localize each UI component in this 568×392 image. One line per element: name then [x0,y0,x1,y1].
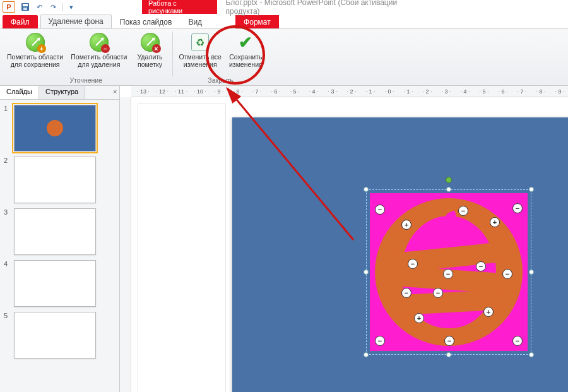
current-slide[interactable] [232,117,568,392]
quick-access-toolbar: ↶ ↷ ▾ [20,2,76,12]
include-mark[interactable] [414,313,424,323]
exclude-mark[interactable] [502,269,512,279]
document-title: Блог.pptx - Microsoft PowerPoint (Сбой а… [226,0,426,16]
thumbnail-number: 2 [4,157,14,164]
thumbnail-row[interactable]: 4 [0,258,119,309]
panel-tab-outline[interactable]: Структура [39,86,85,99]
workspace: Слайды Структура × 12345 · 13 ·· 12 ·· 1… [0,86,568,392]
exclude-mark[interactable] [375,205,385,215]
panel-close-button[interactable]: × [107,86,119,99]
mark-remove-icon: − [89,32,109,52]
slide-thumbnail[interactable] [14,105,96,151]
mark-areas-keep-button[interactable]: + Пометить области для сохранения [4,30,66,70]
edit-area: · 13 ·· 12 ·· 11 ·· 10 ·· 9 ·· 8 ·· 7 ··… [120,86,568,392]
resize-handle-b[interactable] [446,352,451,357]
slide-thumbnail[interactable] [14,312,96,359]
save-icon[interactable] [20,2,30,12]
thumbnail-row[interactable]: 3 [0,206,119,258]
offscreen-page [138,104,226,392]
resize-handle-t[interactable] [446,187,451,192]
exclude-mark[interactable] [444,336,454,346]
title-center: Работа с рисунками Блог.pptx - Microsoft… [142,0,426,14]
ribbon-group-close: ♻ Отменить все изменения ✔ Сохранить изм… [172,29,269,85]
powerpoint-icon: P [3,1,15,13]
exclude-mark[interactable] [408,259,418,269]
mark-remove-label: Пометить области для удаления [71,53,127,68]
delete-mark-label: Удалить пометку [137,53,162,68]
thumbnail-row[interactable]: 5 [0,309,119,361]
exclude-mark[interactable] [375,336,385,346]
discard-label: Отменить все изменения [179,53,222,68]
keep-changes-button[interactable]: ✔ Сохранить изменения [226,30,266,70]
slide-thumbnail[interactable] [14,157,96,203]
slide-thumbnail[interactable] [14,208,96,255]
mark-keep-label: Пометить области для сохранения [7,53,63,68]
ribbon-group-refine-label: Уточнение [69,76,102,85]
slides-panel: Слайды Структура × 12345 [0,86,120,392]
ribbon-group-refine: + Пометить области для сохранения − Поме… [0,29,172,85]
thumbnail-number: 5 [4,312,14,319]
panel-tabs: Слайды Структура × [0,86,119,100]
keep-label: Сохранить изменения [229,53,263,68]
ribbon-group-close-label: Закрыть [208,76,233,85]
exclude-mark[interactable] [401,288,411,298]
thumbnail-number: 1 [4,105,14,112]
resize-handle-br[interactable] [529,352,534,357]
tab-file[interactable]: Файл [3,15,38,28]
delete-mark-icon: × [140,32,160,52]
delete-mark-button[interactable]: × Удалить пометку [132,30,169,70]
svg-rect-2 [23,8,27,10]
thumbnail-row[interactable]: 1 [0,102,119,154]
thumbnail-number: 3 [4,208,14,216]
tab-background-removal[interactable]: Удаление фона [40,15,112,28]
mark-keep-icon: + [25,32,45,52]
panel-tab-slides[interactable]: Слайды [0,86,39,99]
mark-areas-remove-button[interactable]: − Пометить области для удаления [68,30,130,70]
picture-selection[interactable] [370,193,528,351]
svg-rect-1 [23,4,28,6]
thumbnail-number: 4 [4,260,14,268]
ruler-marks: · 13 ·· 12 ·· 11 ·· 10 ·· 9 ·· 8 ·· 7 ··… [131,88,568,95]
undo-icon[interactable]: ↶ [34,2,44,12]
keep-icon: ✔ [235,32,256,52]
resize-handle-r[interactable] [529,270,534,275]
title-bar: P ↶ ↷ ▾ Работа с рисунками Блог.pptx - M… [0,0,568,14]
resize-handle-tr[interactable] [529,187,534,192]
ribbon: + Пометить области для сохранения − Поме… [0,29,568,86]
vertical-ruler [120,97,131,392]
include-mark[interactable] [401,220,411,230]
resize-handle-tl[interactable] [364,187,369,192]
tab-slideshow[interactable]: Показ слайдов [112,15,180,28]
thumbnail-row[interactable]: 2 [0,154,119,206]
qat-customize-icon[interactable]: ▾ [66,2,76,12]
horizontal-ruler: · 13 ·· 12 ·· 11 ·· 10 ·· 9 ·· 8 ·· 7 ··… [131,86,568,97]
exclude-mark[interactable] [443,269,453,279]
include-mark[interactable] [490,217,500,227]
discard-icon: ♻ [190,32,210,52]
ribbon-tabs: Файл Удаление фона Показ слайдов Вид Фор… [0,14,568,29]
qat-separator [62,3,62,11]
tab-format[interactable]: Формат [235,15,279,28]
resize-handle-l[interactable] [364,270,369,275]
resize-handle-bl[interactable] [364,352,369,357]
redo-icon[interactable]: ↷ [48,2,58,12]
thumbnail-list: 12345 [0,100,119,392]
slide-thumbnail[interactable] [14,260,96,307]
include-mark[interactable] [483,307,494,317]
exclude-mark[interactable] [433,288,443,298]
slide-canvas[interactable] [131,97,568,392]
exclude-mark[interactable] [512,203,523,213]
rotate-handle[interactable] [446,177,452,183]
contextual-tab-label: Работа с рисунками [142,0,217,14]
exclude-mark[interactable] [512,336,523,346]
exclude-mark[interactable] [476,261,486,271]
exclude-mark[interactable] [458,206,468,216]
discard-changes-button[interactable]: ♻ Отменить все изменения [176,30,225,70]
tab-view[interactable]: Вид [180,15,210,28]
